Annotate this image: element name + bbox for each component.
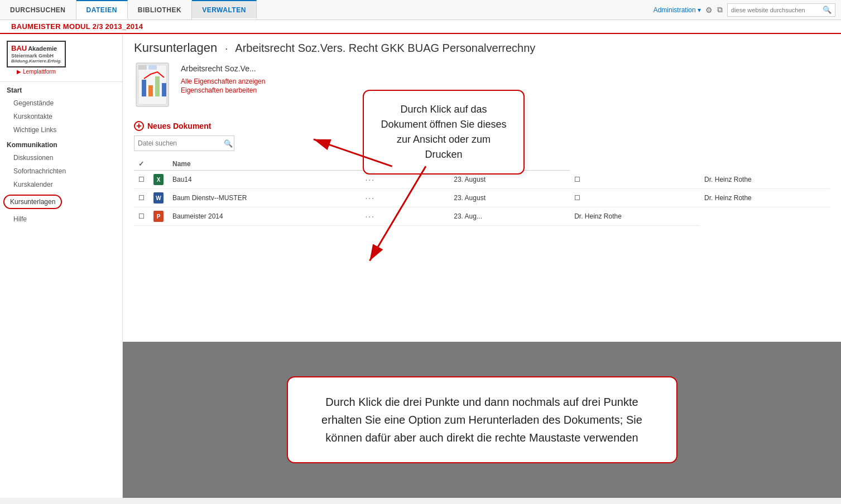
doc-info: Arbeitsrecht Soz.Ve... Alle Eigenschafte…: [181, 62, 265, 95]
page-title: Kursunterlagen: [134, 41, 217, 55]
row3-check[interactable]: ☐: [134, 207, 149, 226]
sub-header-title: BAUMEISTER MODUL 2/3 2013_2014: [11, 22, 143, 31]
bottom-overlay: Durch Klick die drei Punkte und dann noc…: [123, 342, 841, 498]
tab-verwalten[interactable]: VERWALTEN: [192, 0, 257, 20]
svg-rect-3: [148, 65, 157, 70]
col-icon: [149, 158, 168, 171]
sidebar-start-label: Start: [0, 82, 122, 96]
doc-link-properties[interactable]: Alle Eigenschaften anzeigen: [181, 77, 265, 85]
logo-tagline: Bildung.Karriere.Erfolg.: [11, 59, 61, 64]
tooltip-top: Durch Klick auf das Dokument öffnen Sie …: [363, 90, 525, 175]
row2-name[interactable]: Baum Dienstv--MUSTER: [168, 189, 361, 207]
page-subtitle: Arbeitsrecht Soz.Vers. Recht GKK BUAG Pe…: [235, 42, 535, 54]
sidebar-item-kurskalender[interactable]: Kurskalender: [0, 178, 122, 191]
sidebar-item-hilfe[interactable]: Hilfe: [0, 212, 122, 226]
file-search-input[interactable]: [138, 139, 222, 147]
row3-changedby: Dr. Heinz Rothe: [570, 207, 700, 226]
row2-check2[interactable]: ☐: [570, 189, 700, 207]
table-row: ☐ P Baumeister 2014 ··· 23. Aug... Dr. H…: [134, 207, 830, 226]
file-search-icon: 🔍: [224, 139, 233, 148]
tab-bibliothek[interactable]: BIBLIOTHEK: [128, 0, 192, 20]
sidebar-item-wichtige-links[interactable]: Wichtige Links: [0, 123, 122, 137]
upper-content: Kursunterlagen · Arbeitsrecht Soz.Vers. …: [123, 34, 841, 342]
window-icon[interactable]: ⧉: [717, 5, 723, 14]
row2-dots[interactable]: ···: [361, 189, 449, 207]
top-nav: DURCHSUCHEN DATEIEN BIBLIOTHEK VERWALTEN…: [0, 0, 841, 20]
row1-check[interactable]: ☐: [134, 171, 149, 189]
nav-tabs: DURCHSUCHEN DATEIEN BIBLIOTHEK VERWALTEN: [0, 0, 257, 20]
row2-icon: W: [149, 189, 168, 207]
row3-dots[interactable]: ···: [361, 207, 449, 226]
sidebar: BAU Akademie Steiermark GmbH Bildung.Kar…: [0, 34, 123, 498]
sidebar-item-gegenstaende[interactable]: Gegenstände: [0, 96, 122, 110]
admin-menu[interactable]: Administration ▾: [653, 6, 701, 14]
tab-dateien[interactable]: DATEIEN: [76, 0, 128, 20]
row3-name[interactable]: Baumeister 2014: [168, 207, 361, 226]
svg-rect-5: [148, 85, 153, 96]
logo-akademie: Akademie: [28, 45, 57, 52]
sidebar-item-kurskontakte[interactable]: Kurskontakte: [0, 110, 122, 123]
svg-rect-4: [142, 80, 146, 96]
doc-preview-icon: [134, 62, 174, 110]
svg-rect-6: [155, 76, 160, 96]
row2-check[interactable]: ☐: [134, 189, 149, 207]
sidebar-kommunikation-label: Kommunikation: [0, 137, 122, 151]
doc-name: Arbeitsrecht Soz.Ve...: [181, 64, 265, 73]
title-separator: ·: [225, 43, 230, 54]
row1-check2[interactable]: ☐: [570, 171, 700, 189]
new-doc-circle-icon: +: [134, 121, 144, 131]
doc-link-edit[interactable]: Eigenschaften bearbeiten: [181, 86, 265, 94]
row2-changedby: Dr. Heinz Rothe: [700, 189, 830, 207]
page-title-bar: Kursunterlagen · Arbeitsrecht Soz.Vers. …: [123, 34, 841, 57]
tooltip-bottom: Durch Klick die drei Punkte und dann noc…: [287, 376, 677, 463]
file-search-box[interactable]: 🔍: [134, 135, 234, 151]
sidebar-item-diskussionen[interactable]: Diskussionen: [0, 151, 122, 164]
top-search-input[interactable]: [731, 7, 820, 13]
top-search-box[interactable]: 🔍: [727, 3, 835, 17]
row1-changedby: Dr. Heinz Rothe: [700, 171, 830, 189]
new-doc-label: Neues Dokument: [147, 122, 211, 130]
col-name: Name: [168, 158, 361, 171]
word-icon: W: [153, 192, 164, 203]
row1-name[interactable]: Bau14: [168, 171, 361, 189]
sidebar-item-sofortnachrichten[interactable]: Sofortnachrichten: [0, 164, 122, 178]
row3-changed: 23. Aug...: [449, 207, 570, 226]
col-check: ✓: [134, 158, 149, 171]
logo-steiermark: Steiermark GmbH: [11, 53, 61, 59]
logo-box: BAU Akademie Steiermark GmbH Bildung.Kar…: [7, 41, 66, 67]
sub-header: BAUMEISTER MODUL 2/3 2013_2014: [0, 20, 841, 34]
ppt-icon: P: [153, 211, 164, 222]
search-icon: 🔍: [823, 6, 832, 14]
main-layout: BAU Akademie Steiermark GmbH Bildung.Kar…: [0, 34, 841, 498]
svg-rect-2: [138, 65, 147, 70]
tab-durchsuchen[interactable]: DURCHSUCHEN: [0, 0, 76, 20]
row3-icon: P: [149, 207, 168, 226]
row1-icon: X: [149, 171, 168, 189]
row2-changed: 23. August: [449, 189, 570, 207]
logo-link[interactable]: ▶ Lernplattform: [17, 69, 56, 75]
excel-icon: X: [153, 174, 164, 185]
table-row: ☐ W Baum Dienstv--MUSTER ··· 23. August …: [134, 189, 830, 207]
content-area: Kursunterlagen · Arbeitsrecht Soz.Vers. …: [123, 34, 841, 498]
sidebar-item-kursunterlagen[interactable]: Kursunterlagen: [3, 195, 62, 209]
logo-bau: BAU: [11, 44, 27, 53]
top-nav-right: Administration ▾ ⚙ ⧉ 🔍: [653, 0, 841, 20]
sidebar-logo: BAU Akademie Steiermark GmbH Bildung.Kar…: [0, 34, 122, 82]
sidebar-active-wrap: Kursunterlagen: [0, 193, 122, 210]
gear-icon[interactable]: ⚙: [705, 6, 713, 14]
svg-rect-7: [162, 83, 166, 96]
